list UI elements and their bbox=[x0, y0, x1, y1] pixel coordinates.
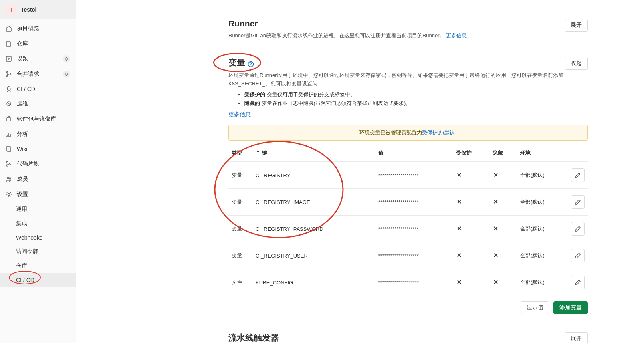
sidebar-sub-tokens[interactable]: 访问令牌 bbox=[0, 244, 76, 259]
variables-more-link[interactable]: 更多信息 bbox=[228, 111, 251, 117]
sidebar-item-overview[interactable]: 项目概览 bbox=[0, 21, 76, 36]
col-header-hidden[interactable]: 隐藏 bbox=[489, 145, 517, 162]
x-icon bbox=[493, 172, 499, 178]
sidebar-sub-webhooks[interactable]: Webhooks bbox=[0, 231, 76, 244]
svg-rect-5 bbox=[7, 118, 11, 121]
sidebar-item-cicd[interactable]: CI / CD bbox=[0, 82, 76, 96]
cell-hidden bbox=[489, 242, 517, 269]
sidebar-item-repo[interactable]: 仓库 bbox=[0, 36, 76, 51]
package-icon bbox=[6, 116, 12, 122]
cell-key: CI_REGISTRY_PASSWORD bbox=[252, 216, 375, 242]
count-badge: 0 bbox=[63, 55, 70, 63]
sidebar-item-analytics[interactable]: 分析 bbox=[0, 127, 76, 142]
sidebar-item-wiki[interactable]: Wiki bbox=[0, 142, 76, 156]
cell-type: 文件 bbox=[228, 269, 252, 296]
expand-button[interactable]: 展开 bbox=[565, 19, 588, 32]
cell-value: ******************** bbox=[375, 162, 453, 189]
sidebar-item-snippets[interactable]: 代码片段 bbox=[0, 156, 76, 172]
cell-env: 全部(默认) bbox=[517, 189, 568, 216]
cell-hidden bbox=[489, 189, 517, 216]
x-icon bbox=[456, 225, 462, 232]
table-row: 变量CI_REGISTRY_USER********************全部… bbox=[228, 242, 588, 269]
add-variable-button[interactable]: 添加变量 bbox=[553, 301, 588, 314]
collapse-button[interactable]: 收起 bbox=[565, 57, 588, 70]
main-content: Runner Runner是GitLab获取和执行流水线作业的进程。在这里您可以… bbox=[212, 0, 604, 343]
cell-value: ******************** bbox=[375, 216, 453, 242]
svg-point-9 bbox=[9, 178, 11, 179]
edit-button[interactable] bbox=[571, 168, 585, 182]
pencil-icon bbox=[575, 172, 581, 178]
book-icon bbox=[6, 146, 12, 152]
sort-asc-icon bbox=[256, 150, 260, 155]
col-header-value[interactable]: 值 bbox=[375, 145, 453, 162]
expand-button[interactable]: 展开 bbox=[565, 332, 588, 343]
cell-key: CI_REGISTRY_IMAGE bbox=[252, 189, 375, 216]
x-icon bbox=[456, 279, 462, 285]
x-icon bbox=[493, 225, 499, 232]
sidebar-sub-repo[interactable]: 仓库 bbox=[0, 259, 76, 273]
sidebar-sub-general[interactable]: 通用 bbox=[0, 202, 76, 216]
variables-bullets: 受保护的 变量仅可用于受保护的分支或标签中。 隐藏的 变量在作业日志中隐藏(虽然… bbox=[244, 91, 565, 107]
col-header-protected[interactable]: 受保护 bbox=[453, 145, 489, 162]
sidebar-item-label: 运维 bbox=[17, 100, 70, 107]
cell-env: 全部(默认) bbox=[517, 269, 568, 296]
project-header[interactable]: T Testci bbox=[0, 0, 76, 19]
sidebar-item-members[interactable]: 成员 bbox=[0, 172, 76, 187]
svg-point-10 bbox=[8, 194, 10, 196]
svg-point-8 bbox=[7, 177, 9, 179]
col-header-key[interactable]: 键 bbox=[252, 145, 375, 162]
pencil-icon bbox=[575, 199, 581, 205]
edit-button[interactable] bbox=[571, 195, 585, 209]
help-icon[interactable] bbox=[248, 61, 254, 67]
sidebar-item-label: CI / CD bbox=[17, 86, 70, 92]
col-header-type[interactable]: 类型 bbox=[228, 145, 252, 162]
rocket-icon bbox=[6, 86, 12, 92]
sidebar-item-merge[interactable]: 合并请求 0 bbox=[0, 67, 76, 82]
x-icon bbox=[493, 252, 499, 258]
sidebar-item-label: 议题 bbox=[17, 55, 58, 63]
runner-more-link[interactable]: 更多信息 bbox=[446, 32, 467, 38]
cell-key: CI_REGISTRY bbox=[252, 162, 375, 189]
runner-desc: Runner是GitLab获取和执行流水线作业的进程。在这里您可以注册并查看当前… bbox=[228, 32, 565, 40]
edit-button[interactable] bbox=[571, 276, 585, 289]
variables-desc: 环境变量通过Runner应用于环境中。您可以通过环境变量来存储密码，密钥等等。如… bbox=[228, 71, 565, 88]
sidebar: T Testci 项目概览 仓库 议题 0 bbox=[0, 0, 76, 343]
x-icon bbox=[493, 279, 499, 285]
cell-key: CI_REGISTRY_USER bbox=[252, 242, 375, 269]
cell-hidden bbox=[489, 216, 517, 242]
show-values-button[interactable]: 显示值 bbox=[521, 301, 549, 314]
triggers-title: 流水线触发器 bbox=[228, 332, 565, 343]
runner-title: Runner bbox=[228, 19, 565, 28]
alert-link[interactable]: 受保护的(默认) bbox=[422, 129, 457, 135]
col-header-env[interactable]: 环境 bbox=[517, 145, 568, 162]
cell-key: KUBE_CONFIG bbox=[252, 269, 375, 296]
edit-button[interactable] bbox=[571, 222, 585, 236]
ops-icon bbox=[6, 101, 12, 107]
cell-hidden bbox=[489, 269, 517, 296]
gear-icon bbox=[6, 191, 12, 198]
sidebar-item-label: 软件包与镜像库 bbox=[17, 115, 70, 123]
svg-point-7 bbox=[6, 165, 8, 166]
sidebar-item-label: Wiki bbox=[17, 146, 70, 152]
sidebar-sub-integrations[interactable]: 集成 bbox=[0, 216, 76, 231]
svg-point-6 bbox=[6, 161, 8, 163]
section-variables: 变量 环境变量通过Runner应用于环境中。您可以通过环境变量来存储密码，密钥等… bbox=[228, 50, 588, 315]
variables-table: 类型 键 值 受保护 隐藏 环境 变量CI_REGISTRY**********… bbox=[228, 145, 588, 296]
sidebar-item-settings[interactable]: 设置 bbox=[0, 187, 76, 202]
edit-button[interactable] bbox=[571, 249, 585, 262]
sidebar-item-label: 项目概览 bbox=[17, 25, 70, 32]
scissors-icon bbox=[6, 161, 12, 167]
count-badge: 0 bbox=[63, 71, 70, 78]
pencil-icon bbox=[575, 252, 581, 259]
sidebar-sub-cicd[interactable]: CI / CD bbox=[0, 273, 76, 287]
table-row: 文件KUBE_CONFIG********************全部(默认) bbox=[228, 269, 588, 296]
sidebar-item-label: 成员 bbox=[17, 176, 70, 183]
cell-protected bbox=[453, 242, 489, 269]
cell-protected bbox=[453, 216, 489, 242]
sidebar-item-ops[interactable]: 运维 bbox=[0, 96, 76, 111]
issue-icon bbox=[6, 56, 12, 62]
cell-protected bbox=[453, 189, 489, 216]
sidebar-item-issues[interactable]: 议题 0 bbox=[0, 51, 76, 67]
sidebar-item-packages[interactable]: 软件包与镜像库 bbox=[0, 111, 76, 127]
cell-value: ******************** bbox=[375, 242, 453, 269]
